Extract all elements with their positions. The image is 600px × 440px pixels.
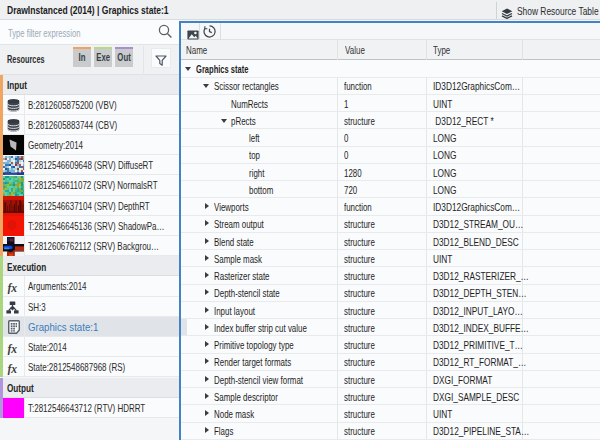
svg-text:fx: fx [7,343,17,355]
svg-text:fx: fx [7,282,17,294]
svg-text:fx: fx [7,363,17,375]
